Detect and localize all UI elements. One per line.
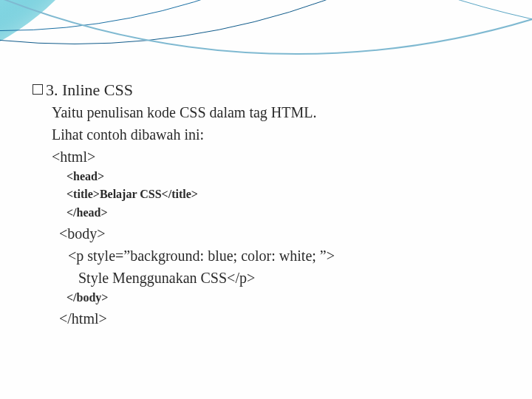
code-line: </head> xyxy=(66,204,505,222)
checkbox-icon xyxy=(33,84,43,95)
code-line: <body> xyxy=(59,222,505,245)
heading-text: 3. Inline CSS xyxy=(46,80,133,101)
decor-arc xyxy=(0,0,532,44)
decor-arc xyxy=(0,0,532,42)
code-line: </body> xyxy=(66,289,505,307)
decor-arc xyxy=(0,0,532,31)
code-line: </html> xyxy=(59,307,505,330)
code-line: <html> xyxy=(52,146,505,168)
code-line: <p style=”background: blue; color: white… xyxy=(68,245,505,267)
decor-arc xyxy=(0,0,532,55)
desc-line: Yaitu penulisan kode CSS dalam tag HTML. xyxy=(52,101,505,123)
heading-row: 3. Inline CSS xyxy=(33,80,505,101)
code-line: <title>Belajar CSS</title> xyxy=(66,185,505,204)
desc-line: Lihat contoh dibawah ini: xyxy=(52,123,505,146)
content-area: 3. Inline CSS Yaitu penulisan kode CSS d… xyxy=(33,80,505,330)
code-line: <head> xyxy=(66,168,505,186)
code-line: Style Menggunakan CSS</p> xyxy=(78,267,505,289)
slide: { "heading": "3. Inline CSS", "lines": {… xyxy=(0,0,532,399)
decor-curve-fill xyxy=(0,0,133,74)
